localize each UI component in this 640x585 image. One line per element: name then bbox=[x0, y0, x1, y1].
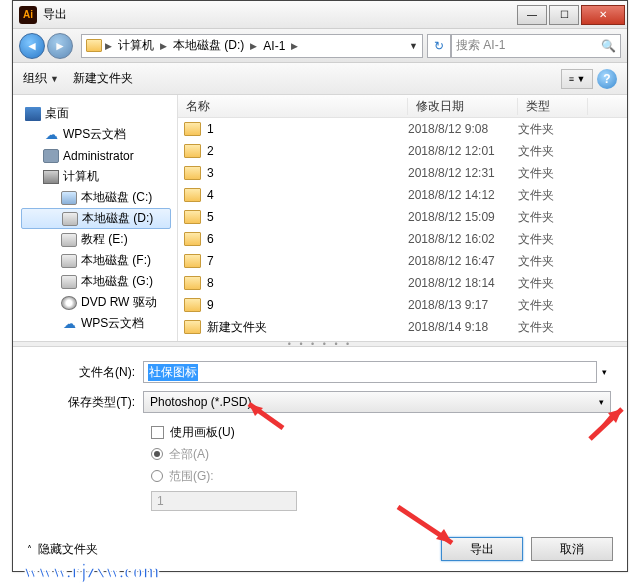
file-type: 文件夹 bbox=[518, 209, 588, 226]
file-area: 名称 修改日期 类型 12018/8/12 9:08文件夹22018/8/12 … bbox=[178, 95, 627, 341]
drive-icon bbox=[61, 254, 77, 268]
chevron-down-icon: ▾ bbox=[599, 397, 604, 407]
maximize-button[interactable]: ☐ bbox=[549, 5, 579, 25]
file-date: 2018/8/12 9:08 bbox=[408, 122, 518, 136]
back-button[interactable]: ◄ bbox=[19, 33, 45, 59]
drive-icon bbox=[61, 275, 77, 289]
sidebar-item-desktop[interactable]: 桌面 bbox=[21, 103, 177, 124]
folder-icon bbox=[184, 188, 201, 202]
file-name: 6 bbox=[207, 232, 214, 246]
search-placeholder: 搜索 AI-1 bbox=[456, 37, 505, 54]
table-row[interactable]: 32018/8/12 12:31文件夹 bbox=[178, 162, 627, 184]
cancel-button[interactable]: 取消 bbox=[531, 537, 613, 561]
breadcrumb-seg[interactable]: 本地磁盘 (D:) bbox=[170, 37, 247, 54]
search-icon: 🔍 bbox=[601, 39, 616, 53]
table-row[interactable]: 82018/8/12 18:14文件夹 bbox=[178, 272, 627, 294]
hide-folders-toggle[interactable]: ˄ 隐藏文件夹 bbox=[27, 541, 98, 558]
breadcrumb-seg[interactable]: AI-1 bbox=[260, 39, 288, 53]
file-name: 2 bbox=[207, 144, 214, 158]
breadcrumb[interactable]: ▶ 计算机▶ 本地磁盘 (D:)▶ AI-1▶ ▼ bbox=[81, 34, 423, 58]
disc-icon bbox=[61, 296, 77, 310]
folder-icon bbox=[184, 232, 201, 246]
file-type: 文件夹 bbox=[518, 143, 588, 160]
filetype-select[interactable]: Photoshop (*.PSD)▾ bbox=[143, 391, 611, 413]
search-input[interactable]: 搜索 AI-1 🔍 bbox=[451, 34, 621, 58]
folder-icon bbox=[184, 122, 201, 136]
file-type: 文件夹 bbox=[518, 275, 588, 292]
folder-icon bbox=[86, 39, 102, 52]
file-type: 文件夹 bbox=[518, 121, 588, 138]
folder-icon bbox=[184, 166, 201, 180]
file-date: 2018/8/12 14:12 bbox=[408, 188, 518, 202]
user-icon bbox=[43, 149, 59, 163]
minimize-button[interactable]: — bbox=[517, 5, 547, 25]
table-row[interactable]: 42018/8/12 14:12文件夹 bbox=[178, 184, 627, 206]
column-date[interactable]: 修改日期 bbox=[408, 98, 518, 115]
new-folder-button[interactable]: 新建文件夹 bbox=[73, 70, 133, 87]
breadcrumb-seg[interactable]: 计算机 bbox=[115, 37, 157, 54]
table-row[interactable]: 新建文件夹2018/8/14 9:18文件夹 bbox=[178, 316, 627, 338]
folder-icon bbox=[184, 254, 201, 268]
close-button[interactable]: ✕ bbox=[581, 5, 625, 25]
sidebar-item-drive[interactable]: ☁WPS云文档 bbox=[21, 313, 177, 334]
column-name[interactable]: 名称 bbox=[178, 98, 408, 115]
sidebar-item-computer[interactable]: 计算机 bbox=[21, 166, 177, 187]
file-date: 2018/8/12 16:47 bbox=[408, 254, 518, 268]
file-date: 2018/8/12 12:01 bbox=[408, 144, 518, 158]
table-row[interactable]: 52018/8/12 15:09文件夹 bbox=[178, 206, 627, 228]
file-list[interactable]: 12018/8/12 9:08文件夹22018/8/12 12:01文件夹320… bbox=[178, 118, 627, 339]
sidebar-item-wps[interactable]: ☁WPS云文档 bbox=[21, 124, 177, 145]
radio-range: 范围(G): bbox=[151, 465, 611, 487]
sidebar-item-drive[interactable]: DVD RW 驱动 bbox=[21, 292, 177, 313]
sidebar-item-drive[interactable]: 本地磁盘 (G:) bbox=[21, 271, 177, 292]
file-date: 2018/8/14 9:18 bbox=[408, 320, 518, 334]
file-header: 名称 修改日期 类型 bbox=[178, 95, 627, 118]
file-date: 2018/8/13 9:17 bbox=[408, 298, 518, 312]
table-row[interactable]: 22018/8/12 12:01文件夹 bbox=[178, 140, 627, 162]
drive-icon bbox=[61, 233, 77, 247]
folder-icon bbox=[184, 144, 201, 158]
forward-button[interactable]: ► bbox=[47, 33, 73, 59]
filename-label: 文件名(N): bbox=[29, 364, 143, 381]
checkbox-icon bbox=[151, 426, 164, 439]
export-button[interactable]: 导出 bbox=[441, 537, 523, 561]
sidebar-item-drive[interactable]: 本地磁盘 (F:) bbox=[21, 250, 177, 271]
organize-menu[interactable]: 组织▼ bbox=[23, 70, 59, 87]
use-artboards-checkbox[interactable]: 使用画板(U) bbox=[151, 421, 611, 443]
file-name: 1 bbox=[207, 122, 214, 136]
sidebar-item-admin[interactable]: Administrator bbox=[21, 145, 177, 166]
column-type[interactable]: 类型 bbox=[518, 98, 588, 115]
range-input: 1 bbox=[151, 491, 297, 511]
file-type: 文件夹 bbox=[518, 165, 588, 182]
file-date: 2018/8/12 18:14 bbox=[408, 276, 518, 290]
help-button[interactable]: ? bbox=[597, 69, 617, 89]
view-menu[interactable]: ≡ ▼ bbox=[561, 69, 593, 89]
file-type: 文件夹 bbox=[518, 319, 588, 336]
chevron-down-icon[interactable]: ▾ bbox=[597, 367, 611, 377]
folder-icon bbox=[184, 320, 201, 334]
file-name: 4 bbox=[207, 188, 214, 202]
folder-icon bbox=[184, 298, 201, 312]
toolbar: 组织▼ 新建文件夹 ≡ ▼ ? bbox=[13, 63, 627, 95]
file-name: 新建文件夹 bbox=[207, 319, 267, 336]
footer: ˄ 隐藏文件夹 导出 取消 bbox=[13, 537, 627, 561]
file-date: 2018/8/12 16:02 bbox=[408, 232, 518, 246]
sidebar-item-drive[interactable]: 本地磁盘 (C:) bbox=[21, 187, 177, 208]
folder-icon bbox=[184, 276, 201, 290]
drive-icon bbox=[62, 212, 78, 226]
nav-bar: ◄ ► ▶ 计算机▶ 本地磁盘 (D:)▶ AI-1▶ ▼ ↻ 搜索 AI-1 … bbox=[13, 29, 627, 63]
table-row[interactable]: 62018/8/12 16:02文件夹 bbox=[178, 228, 627, 250]
file-name: 7 bbox=[207, 254, 214, 268]
sidebar: 桌面 ☁WPS云文档 Administrator 计算机 本地磁盘 (C:)本地… bbox=[13, 95, 178, 341]
table-row[interactable]: 12018/8/12 9:08文件夹 bbox=[178, 118, 627, 140]
filename-input[interactable]: 社保图标 bbox=[143, 361, 597, 383]
table-row[interactable]: 92018/8/13 9:17文件夹 bbox=[178, 294, 627, 316]
table-row[interactable]: 72018/8/12 16:47文件夹 bbox=[178, 250, 627, 272]
filetype-label: 保存类型(T): bbox=[29, 394, 143, 411]
cloud-icon: ☁ bbox=[61, 317, 77, 331]
refresh-button[interactable]: ↻ bbox=[427, 34, 451, 58]
chevron-up-icon: ˄ bbox=[27, 544, 32, 555]
sidebar-item-drive[interactable]: 教程 (E:) bbox=[21, 229, 177, 250]
sidebar-item-drive[interactable]: 本地磁盘 (D:) bbox=[21, 208, 171, 229]
desktop-icon bbox=[25, 107, 41, 121]
